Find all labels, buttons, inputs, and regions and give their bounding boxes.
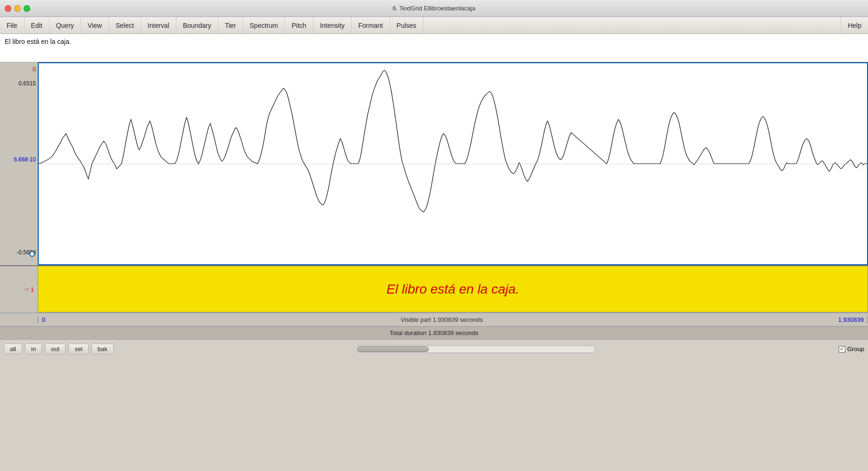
zoom-bak-button[interactable]: bak <box>92 344 114 354</box>
menu-edit[interactable]: Edit <box>25 17 50 34</box>
scrollbar-track[interactable] <box>357 345 596 353</box>
left-axis: 0 0.6515 6.668·10 -0.5658 <box>0 62 38 265</box>
time-center-text: Visible part 1.930839 seconds <box>401 316 483 323</box>
menu-intensity[interactable]: Intensity <box>313 17 351 34</box>
menu-tier[interactable]: Tier <box>218 17 243 34</box>
maximize-button[interactable] <box>24 5 30 12</box>
menu-spectrum[interactable]: Spectrum <box>243 17 285 34</box>
time-start: 0 <box>42 316 45 323</box>
time-row: 0 Visible part 1.930839 seconds 1.930839 <box>0 313 868 326</box>
menu-spacer <box>424 17 841 34</box>
group-container: Group <box>839 345 864 353</box>
menu-file[interactable]: File <box>0 17 25 34</box>
menu-pitch[interactable]: Pitch <box>285 17 313 34</box>
zoom-out-button[interactable]: out <box>45 344 66 354</box>
menu-formant[interactable]: Formant <box>351 17 390 34</box>
duration-row: Total duration 1.930839 seconds <box>0 326 868 339</box>
text-display: El libro está en la caja. <box>0 34 868 62</box>
group-label[interactable]: Group <box>847 345 864 353</box>
time-bar: 0 Visible part 1.930839 seconds 1.930839… <box>0 312 868 339</box>
y-max-label: 0.6515 <box>18 80 36 87</box>
menu-boundary[interactable]: Boundary <box>176 17 218 34</box>
zoom-sel-button[interactable]: sel <box>68 344 89 354</box>
minimize-button[interactable] <box>14 5 21 12</box>
cursor-marker[interactable] <box>29 251 35 257</box>
titlebar: 6. TextGrid Ellibroestaenlacaja <box>0 0 868 17</box>
menu-interval[interactable]: Interval <box>141 17 176 34</box>
group-checkbox[interactable] <box>839 346 845 353</box>
y-zero-label: 0 <box>33 66 36 73</box>
menu-select[interactable]: Select <box>109 17 141 34</box>
waveform-area[interactable] <box>38 62 868 265</box>
close-button[interactable] <box>5 5 11 12</box>
window-title: 6. TextGrid Ellibroestaenlacaja <box>392 5 475 12</box>
display-text: El libro está en la caja. <box>5 38 71 45</box>
duration-text: Total duration 1.930839 seconds <box>390 329 478 336</box>
tier-body[interactable]: El libro está en la caja. transcripción … <box>38 265 868 312</box>
tier-number: 1 <box>31 286 34 293</box>
tier-container: ☞ 1 El libro está en la caja. transcripc… <box>0 265 868 312</box>
zoom-all-button[interactable]: all <box>4 344 22 354</box>
y-mid-label: 6.668·10 <box>14 156 36 163</box>
time-content: 0 Visible part 1.930839 seconds 1.930839 <box>38 316 868 323</box>
scrollbar-thumb[interactable] <box>358 346 429 352</box>
tier-annotation-text: El libro está en la caja. <box>386 282 519 297</box>
main-area: 0 0.6515 6.668·10 -0.5658 <box>0 62 868 265</box>
menubar: File Edit Query View Select Interval Bou… <box>0 17 868 34</box>
menu-query[interactable]: Query <box>50 17 81 34</box>
menu-view[interactable]: View <box>81 17 109 34</box>
waveform-svg <box>39 63 867 264</box>
tier-icon: ☞ <box>24 286 30 293</box>
window-controls <box>5 5 30 12</box>
time-end: 1.930839 <box>838 316 864 323</box>
toolbar: all in out sel bak Group <box>0 339 868 358</box>
zoom-in-button[interactable]: in <box>25 344 42 354</box>
menu-pulses[interactable]: Pulses <box>390 17 424 34</box>
tier-number-area: ☞ 1 <box>0 265 38 312</box>
menu-help[interactable]: Help <box>841 17 868 34</box>
